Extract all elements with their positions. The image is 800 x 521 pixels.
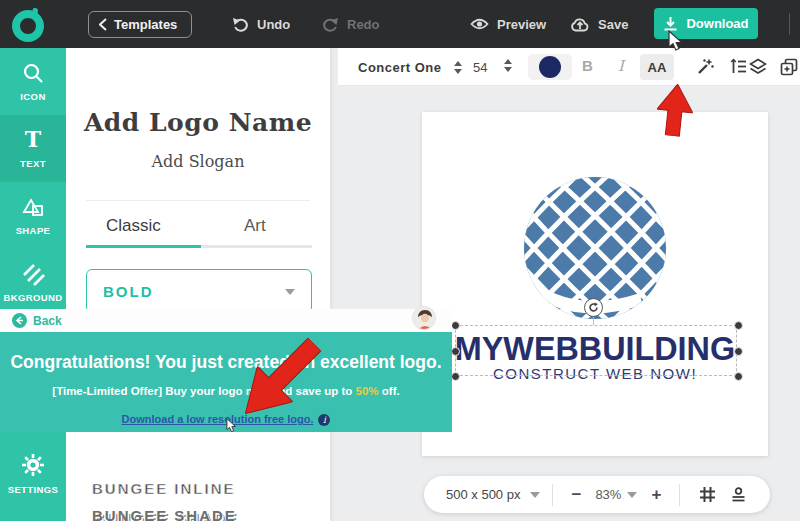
font-list-item-bungee-shade[interactable]: BUNGEE SHADE <box>92 507 237 521</box>
sidebar-item-icon[interactable]: ICON <box>0 48 66 115</box>
shape-icon <box>21 195 45 219</box>
undo-label: Undo <box>257 17 290 32</box>
sidebar-item-label: TEXT <box>20 158 46 169</box>
redo-button[interactable]: Redo <box>322 0 380 48</box>
back-chevron-icon <box>99 18 107 31</box>
font-style-dropdown[interactable]: BOLD <box>86 269 312 313</box>
back-button[interactable]: Back <box>12 313 62 328</box>
font-size-stepper[interactable] <box>504 59 512 72</box>
grid-icon <box>699 486 716 503</box>
sidebar-item-shape[interactable]: SHAPE <box>0 182 66 249</box>
templates-button[interactable]: Templates <box>88 11 192 38</box>
preview-button[interactable]: Preview <box>470 0 546 48</box>
grid-toggle-button[interactable] <box>692 486 723 503</box>
svg-text:T: T <box>25 128 42 152</box>
canvas-size-select[interactable]: 500 x 500 px <box>446 487 540 502</box>
info-icon[interactable]: i <box>318 414 330 426</box>
download-icon <box>663 16 678 31</box>
overlay-back-row: Back <box>0 309 452 332</box>
canvas-size-value: 500 x 500 px <box>446 487 520 502</box>
font-family-stepper <box>454 61 462 74</box>
save-button[interactable]: Save <box>570 0 628 48</box>
selection-handle-top-right[interactable] <box>734 321 743 330</box>
banner-link-row: Download a low resolution free logo.i <box>0 409 452 427</box>
cloud-save-icon <box>570 16 590 32</box>
italic-button[interactable]: I <box>618 57 624 75</box>
sidebar-item-text[interactable]: T TEXT <box>0 115 66 182</box>
font-list-item-bungee-inline[interactable]: BUNGEE INLINE <box>92 480 236 497</box>
selection-box[interactable] <box>455 325 737 376</box>
sidebar-item-label: SHAPE <box>16 225 51 236</box>
text-icon: T <box>21 128 45 152</box>
bold-button[interactable]: B <box>582 57 593 74</box>
back-label: Back <box>33 314 62 328</box>
layers-icon[interactable] <box>749 58 767 76</box>
tab-active-indicator <box>86 245 201 248</box>
snap-icon <box>730 486 747 503</box>
undo-icon <box>232 16 249 32</box>
banner-offer-text: [Time-Limited Offer] Buy your logo now a… <box>0 385 452 397</box>
search-icon <box>21 61 45 85</box>
snap-toggle-button[interactable] <box>723 486 754 503</box>
selection-handle-bottom-right[interactable] <box>734 372 743 381</box>
sidebar-item-settings[interactable]: SETTINGS <box>0 440 66 507</box>
bkground-icon <box>21 262 45 286</box>
redo-label: Redo <box>347 17 380 32</box>
topbar-divider <box>789 13 790 35</box>
logo-maker-app: Templates Undo Redo Preview <box>0 0 800 521</box>
templates-label: Templates <box>114 17 177 32</box>
sidebar-item-label: BKGROUND <box>3 292 62 303</box>
rotate-handle[interactable] <box>584 298 603 317</box>
gear-icon <box>20 452 46 478</box>
pill-divider <box>679 484 680 506</box>
user-avatar[interactable] <box>412 306 436 330</box>
chevron-down-icon[interactable] <box>627 492 637 498</box>
free-download-link[interactable]: Download a low resolution free logo. <box>122 413 314 425</box>
brand-logo[interactable] <box>10 5 48 43</box>
zoom-level-value[interactable]: 83% <box>595 487 621 502</box>
selection-handle-top-left[interactable] <box>451 321 460 330</box>
text-color-button[interactable] <box>528 54 572 80</box>
sidebar: ICON T TEXT SHAPE BKGROUND <box>0 48 66 521</box>
line-spacing-icon[interactable] <box>730 58 747 75</box>
text-format-toolbar: Concert One 54 B I AA <box>338 48 800 86</box>
banner-title: Congratulations! You just created an exc… <box>0 352 452 373</box>
eye-icon <box>470 17 489 31</box>
sidebar-item-label: ICON <box>20 91 45 102</box>
chevron-down-icon <box>530 492 540 498</box>
undo-button[interactable]: Undo <box>232 0 290 48</box>
offer-prefix: [Time-Limited Offer] Buy your logo now a… <box>52 385 355 397</box>
add-logo-name-heading[interactable]: Add Logo Name <box>66 108 330 137</box>
tab-classic[interactable]: Classic <box>106 216 161 236</box>
zoom-out-button[interactable]: − <box>565 485 587 505</box>
design-canvas[interactable]: MYWEBBUILDING CONSTRUCT WEB NOW! <box>422 112 768 456</box>
selection-handle-bottom-left[interactable] <box>451 372 460 381</box>
zoom-in-button[interactable]: + <box>645 485 667 505</box>
font-family-select[interactable]: Concert One <box>358 48 462 86</box>
rotate-icon <box>588 302 599 313</box>
add-slogan-heading[interactable]: Add Slogan <box>66 152 330 171</box>
chevron-down-icon <box>285 289 295 295</box>
selection-handle-mid-left[interactable] <box>451 347 460 356</box>
uppercase-button[interactable]: AA <box>640 54 674 80</box>
sidebar-item-bkground[interactable]: BKGROUND <box>0 249 66 316</box>
selection-handle-mid-right[interactable] <box>734 347 743 356</box>
save-label: Save <box>598 17 628 32</box>
tab-art[interactable]: Art <box>244 216 266 236</box>
congratulations-banner: Congratulations! You just created an exc… <box>0 332 452 432</box>
font-size-value[interactable]: 54 <box>473 60 487 75</box>
duplicate-icon[interactable] <box>780 58 798 76</box>
preview-label: Preview <box>497 17 546 32</box>
font-family-value: Concert One <box>358 60 442 75</box>
effects-wand-icon[interactable] <box>696 58 714 76</box>
download-label: Download <box>686 16 748 31</box>
redo-icon <box>322 16 339 32</box>
download-button[interactable]: Download <box>654 8 758 39</box>
back-circle-icon <box>12 313 27 328</box>
offer-suffix: off. <box>379 385 400 397</box>
offer-discount: 50% <box>356 385 379 397</box>
text-panel: Add Logo Name Add Slogan Classic Art BOL… <box>66 48 330 521</box>
font-style-value: BOLD <box>103 283 154 300</box>
sidebar-item-label: SETTINGS <box>8 484 59 495</box>
canvas-zoom-bar: 500 x 500 px − 83% + <box>424 476 770 513</box>
